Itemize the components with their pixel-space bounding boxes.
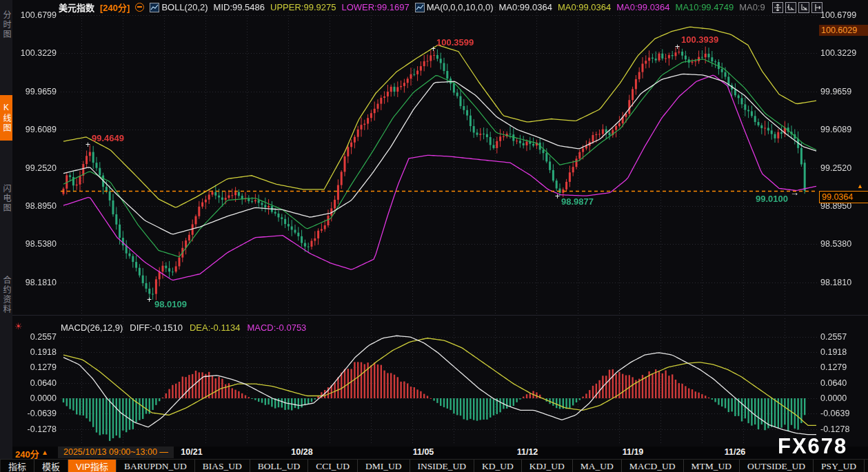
indicator-segment: MA0:9 xyxy=(739,2,765,12)
indicator-segment: BOLL(20,2) xyxy=(150,2,208,12)
date-tick-label: 11/12 xyxy=(517,447,538,457)
macd-macd-value: MACD:-0.0753 xyxy=(247,322,306,333)
macd-axis-label-left: 0.1279 xyxy=(12,362,57,372)
sidebar-item-K线图[interactable]: K线图 xyxy=(0,95,12,141)
extreme-cross-marker: + xyxy=(555,193,560,200)
toolbar-item-KDJ_UD[interactable]: KDJ_UD xyxy=(522,460,573,472)
indicator-segment: LOWER:99.1697 xyxy=(341,2,409,12)
price-axis-label-right: 99.9659 xyxy=(820,87,867,96)
price-extreme-annotation: 98.0109 xyxy=(154,299,187,309)
macd-axis-label-left: -0.1278 xyxy=(12,424,57,434)
macd-axis-label-right: 0.0000 xyxy=(820,393,867,403)
indicator-value-text: UPPER:99.9275 xyxy=(270,2,336,12)
indicator-segment: MA(0,0,0,10,0,0) xyxy=(415,2,494,12)
toolbar-item-BIAS_UD[interactable]: BIAS_UD xyxy=(195,460,250,472)
bar-time-range[interactable]: 2025/10/13 09:00~13:00 — xyxy=(58,447,174,458)
price-axis-label-left: 100.6799 xyxy=(12,10,57,20)
price-axis-label-right: 99.6089 xyxy=(820,125,867,134)
macd-axis-label-left: 0.0640 xyxy=(12,378,57,388)
price-axis-label-right: 99.2520 xyxy=(820,163,867,173)
price-axis-label-left: 99.2520 xyxy=(12,163,57,173)
macd-axis-label-right: -0.0639 xyxy=(820,409,867,418)
sidebar-item-分时图[interactable]: 分时图 xyxy=(0,3,12,46)
date-tick-label: 11/05 xyxy=(413,447,434,457)
price-extreme-annotation: 99.4649 xyxy=(92,133,124,143)
indicator-segment: MA0:99.0364 xyxy=(499,2,552,12)
price-axis-label-right: 100.6799 xyxy=(820,10,867,20)
price-axis-label-left: 99.6089 xyxy=(12,125,57,134)
toolbar-item-MTM_UD[interactable]: MTM_UD xyxy=(684,460,740,472)
collapse-icon[interactable] xyxy=(135,3,144,12)
indicator-value-text: BOLL(20,2) xyxy=(161,2,208,12)
indicator-value-text: MA0:99.0364 xyxy=(558,2,611,12)
extreme-cross-marker: + xyxy=(431,45,436,52)
shift-right-icon[interactable] xyxy=(811,2,822,13)
macd-param-label: MACD(26,12,9) xyxy=(61,322,123,333)
period-label: [240分] xyxy=(100,1,130,14)
pane-divider xyxy=(12,315,868,316)
macd-axis-label-right: 0.2557 xyxy=(820,332,867,342)
price-up-arrow-icon: ▲ xyxy=(857,183,863,189)
pan-icon[interactable] xyxy=(772,2,783,13)
toolbar-item-OUTSIDE_UD[interactable]: OUTSIDE_UD xyxy=(740,460,814,472)
toolbar-item-BARUPDN_UD[interactable]: BARUPDN_UD xyxy=(117,460,195,472)
toolbar-item-MA_UD[interactable]: MA_UD xyxy=(573,460,622,472)
macd-axis-label-left: 0.0000 xyxy=(12,393,57,403)
price-axis-label-left: 98.1810 xyxy=(12,278,57,287)
price-axis-label-right: 98.1810 xyxy=(820,278,867,287)
toolbar-item-BOLL_UD[interactable]: BOLL_UD xyxy=(250,460,309,472)
time-axis-row: 240分 ▲ 2025/10/13 09:00~13:00 — 10/2110/… xyxy=(12,447,868,459)
indicator-value-text: LOWER:99.1697 xyxy=(341,2,409,12)
indicator-segment: MA0:99.0364 xyxy=(558,2,611,12)
date-tick-label: 11/19 xyxy=(623,447,644,457)
extreme-cross-marker: + xyxy=(147,296,152,303)
macd-axis-label-right: 0.1279 xyxy=(820,362,867,372)
toolbar-item-MACD_UD[interactable]: MACD_UD xyxy=(622,460,684,472)
macd-axis-label-left: -0.0639 xyxy=(12,409,57,418)
indicator-value-text: MA0:99.0364 xyxy=(616,2,669,12)
macd-dea-value: DEA:-0.1134 xyxy=(190,322,240,333)
price-extreme-annotation: 99.0100 xyxy=(756,194,788,204)
indicator-segment: MA0:99.0364 xyxy=(616,2,669,12)
axis-zoom-left-icon[interactable] xyxy=(785,2,796,13)
macd-diff-value: DIFF:-0.1510 xyxy=(130,322,183,333)
date-tick-label: 11/26 xyxy=(725,447,746,457)
date-tick-label: 10/28 xyxy=(291,447,312,457)
toolbar-item-ROC_UD[interactable]: ROC_UD xyxy=(865,460,868,472)
sidebar-item-闪电图[interactable]: 闪电图 xyxy=(0,176,12,220)
toolbar-item-指标[interactable]: 指标 xyxy=(1,460,34,472)
trading-app-window: 分时图K线图闪电图合约资料 美元指数 [240分] BOLL(20,2)MID:… xyxy=(0,0,868,472)
last-price-badge: 99.0364 xyxy=(819,191,868,203)
toolbar-item-PSY_UD[interactable]: PSY_UD xyxy=(814,460,865,472)
toolbar-item-DMI_UD[interactable]: DMI_UD xyxy=(358,460,410,472)
macd-header: MACD(26,12,9) DIFF:-0.1510 DEA:-0.1134 M… xyxy=(61,322,306,333)
price-axis-label-left: 100.3229 xyxy=(12,48,57,58)
price-macd-chart-canvas[interactable] xyxy=(0,0,868,472)
indicator-segment: MID:99.5486 xyxy=(214,2,265,12)
timeframe-up-icon[interactable]: ▲ xyxy=(41,449,48,456)
macd-axis-label-left: 0.1918 xyxy=(12,347,57,357)
indicator-segment: MA10:99.4749 xyxy=(676,2,734,12)
extreme-cross-marker: + xyxy=(85,141,90,148)
mini-chart-icon xyxy=(150,3,159,12)
sidebar-item-合约资料[interactable]: 合约资料 xyxy=(0,266,12,324)
indicator-toolbar: 指标模板VIP指标BARUPDN_UDBIAS_UDBOLL_UDCCI_UDD… xyxy=(0,459,868,472)
toolbar-item-INSIDE_UD[interactable]: INSIDE_UD xyxy=(410,460,475,472)
indicator-value-text: MA(0,0,0,10,0,0) xyxy=(427,2,494,12)
axis-zoom-right-icon[interactable] xyxy=(798,2,809,13)
price-extreme-annotation: 100.3599 xyxy=(436,37,474,48)
toolbar-item-VIP指标[interactable]: VIP指标 xyxy=(68,460,117,472)
toolbar-item-模板[interactable]: 模板 xyxy=(34,460,68,472)
macd-indicator-icon[interactable]: ☀ xyxy=(14,321,23,331)
price-extreme-annotation: 100.3939 xyxy=(681,34,718,45)
indicator-value-text: MA10:99.4749 xyxy=(676,2,734,12)
price-axis-label-left: 98.5380 xyxy=(12,239,57,249)
macd-axis-label-right: -0.1278 xyxy=(820,424,867,434)
extreme-cross-marker: + xyxy=(675,43,680,50)
indicator-value-text: MA0:99.0364 xyxy=(499,2,552,12)
price-extreme-annotation: 98.9877 xyxy=(561,196,594,207)
fx678-watermark: FX678 xyxy=(778,434,847,459)
toolbar-item-CCI_UD[interactable]: CCI_UD xyxy=(308,460,358,472)
indicator-value-text: MA0:9 xyxy=(739,2,765,12)
toolbar-item-KD_UD[interactable]: KD_UD xyxy=(474,460,522,472)
